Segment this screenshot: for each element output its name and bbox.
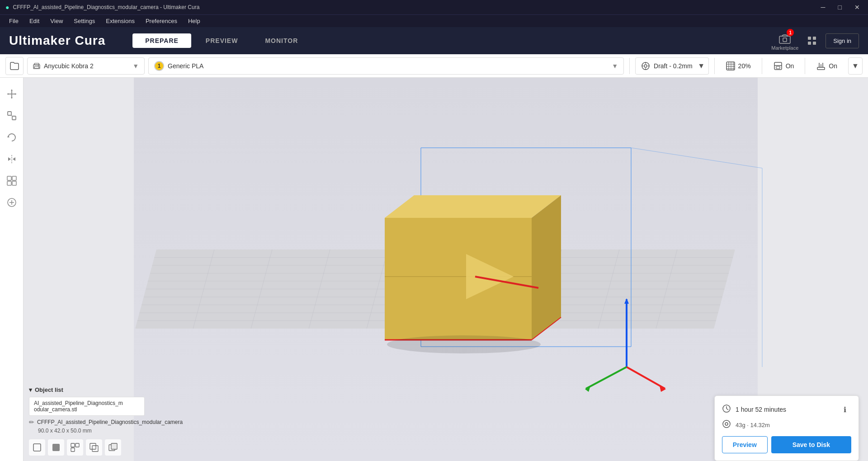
adhesion-label: On (829, 62, 837, 70)
grid-icon (807, 35, 817, 46)
bottom-tools (29, 439, 145, 456)
svg-marker-35 (15, 93, 16, 95)
close-button[interactable]: ✕ (852, 3, 863, 12)
toolbar-expand-button[interactable]: ▼ (848, 57, 863, 75)
svg-rect-92 (52, 444, 60, 451)
object-file-name: AI_assisted_Pipeline_Diagnostics_modular… (34, 400, 123, 413)
logo: Ultimaker Cura (9, 33, 105, 48)
object-name-edit: ✏ CFFFP_AI_assisted_Pipeline_Diagnostics… (29, 419, 145, 426)
object-item[interactable]: AI_assisted_Pipeline_Diagnostics_modular… (29, 397, 145, 416)
support-tool-button[interactable] (3, 193, 21, 212)
intersect-icon (89, 442, 99, 452)
svg-marker-77 (385, 195, 561, 218)
header-right: 1 Marketplace Sign in (771, 31, 859, 51)
adhesion-icon (816, 61, 826, 71)
edit-icon: ✏ (29, 419, 34, 426)
cube-solid-icon (51, 442, 61, 452)
menu-view[interactable]: View (45, 16, 68, 26)
svg-point-104 (725, 423, 728, 425)
support-setting[interactable]: On (768, 57, 800, 75)
toolbar: Anycubic Kobra 2 ▼ 1 Generic PLA ▼ Draft… (0, 54, 868, 78)
save-to-disk-button[interactable]: Save to Disk (771, 436, 851, 453)
object-dimensions: 90.0 x 42.0 x 50.0 mm (29, 428, 145, 434)
svg-marker-42 (13, 157, 15, 161)
svg-rect-45 (7, 181, 11, 185)
per-model-button[interactable] (3, 172, 21, 190)
move-tool-button[interactable] (3, 85, 21, 103)
open-folder-button[interactable] (5, 57, 24, 75)
info-detail-button[interactable]: ℹ (839, 403, 851, 416)
menu-help[interactable]: Help (183, 16, 206, 26)
menu-file[interactable]: File (4, 16, 24, 26)
title-bar-left: ● CFFFP_AI_assisted_Pipeline_Diagnostics… (5, 4, 199, 11)
bottom-tool-1[interactable] (29, 439, 45, 456)
bottom-tool-4[interactable] (86, 439, 102, 456)
bottom-tool-2[interactable] (48, 439, 64, 456)
folder-icon (9, 61, 19, 71)
svg-rect-97 (92, 446, 98, 452)
profile-label: Draft - 0.2mm (654, 62, 693, 70)
toolbar-divider (629, 58, 630, 74)
svg-rect-96 (90, 443, 96, 449)
object-list-chevron: ▾ (29, 386, 32, 393)
svg-rect-0 (779, 36, 790, 43)
svg-rect-5 (813, 42, 816, 45)
profile-selector[interactable]: Draft - 0.2mm (635, 57, 698, 75)
svg-point-9 (38, 65, 39, 66)
profile-expand-button[interactable]: ▼ (694, 57, 709, 75)
bottom-tool-3[interactable] (67, 439, 83, 456)
svg-marker-33 (11, 97, 13, 99)
support-icon (773, 61, 783, 71)
minimize-button[interactable]: ─ (818, 3, 828, 12)
profile-setting-group: Draft - 0.2mm ▼ (635, 57, 709, 75)
svg-marker-76 (385, 218, 532, 340)
rotate-tool-button[interactable] (3, 128, 21, 146)
apps-grid-button[interactable] (804, 33, 820, 49)
header: Ultimaker Cura PREPARE PREVIEW MONITOR 1… (0, 27, 868, 54)
printer-selector[interactable]: Anycubic Kobra 2 ▼ (27, 57, 145, 75)
time-label: 1 hour 52 minutes (736, 406, 786, 413)
infill-label: 20% (738, 62, 751, 70)
object-list-header[interactable]: ▾ Object list (29, 386, 145, 393)
svg-rect-4 (808, 42, 811, 45)
viewport[interactable]: ▾ Object list AI_assisted_Pipeline_Diagn… (24, 78, 868, 461)
svg-rect-36 (8, 112, 11, 115)
bottom-tool-5[interactable] (105, 439, 121, 456)
svg-rect-8 (34, 66, 39, 68)
svg-marker-41 (8, 157, 11, 161)
move-icon (6, 89, 17, 99)
mirror-tool-button[interactable] (3, 150, 21, 168)
adhesion-setting[interactable]: On (811, 57, 843, 75)
preview-button[interactable]: Preview (722, 436, 768, 453)
svg-rect-25 (776, 66, 780, 69)
material-number: 1 (154, 61, 164, 71)
marketplace-button[interactable]: 1 Marketplace (771, 31, 798, 51)
main-area: ▾ Object list AI_assisted_Pipeline_Diagn… (0, 78, 868, 461)
window-title: CFFFP_AI_assisted_Pipeline_Diagnostics_m… (13, 4, 199, 10)
infill-setting[interactable]: 20% (720, 57, 756, 75)
material-selector[interactable]: 1 Generic PLA ▼ (148, 57, 624, 75)
menu-extensions[interactable]: Extensions (100, 16, 140, 26)
svg-rect-26 (817, 67, 825, 70)
rotate-icon (6, 132, 17, 143)
time-icon (722, 404, 731, 415)
subtract-icon (108, 442, 118, 452)
scale-tool-button[interactable] (3, 107, 21, 125)
cube-outline-icon (32, 442, 42, 452)
svg-rect-93 (71, 443, 75, 447)
settings-icon (641, 61, 650, 71)
tab-prepare[interactable]: PREPARE (132, 33, 191, 48)
menu-settings[interactable]: Settings (68, 16, 100, 26)
maximize-button[interactable]: □ (835, 3, 844, 12)
tab-monitor[interactable]: MONITOR (252, 33, 311, 48)
menu-edit[interactable]: Edit (24, 16, 45, 26)
left-toolbar (0, 78, 24, 461)
tab-preview[interactable]: PREVIEW (193, 33, 251, 48)
svg-rect-37 (12, 116, 16, 120)
svg-rect-46 (12, 181, 16, 185)
mirror-icon (6, 154, 17, 165)
signin-button[interactable]: Sign in (826, 33, 859, 48)
object-list-title: Object list (35, 386, 63, 393)
menu-preferences[interactable]: Preferences (140, 16, 183, 26)
weight-row: 43g · 14.32m (722, 419, 851, 431)
